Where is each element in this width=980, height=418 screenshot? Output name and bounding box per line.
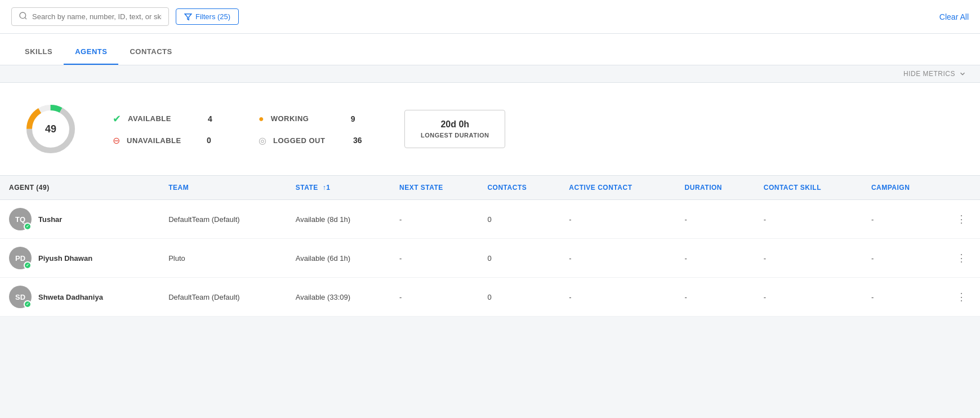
available-icon: ✔ <box>113 113 121 125</box>
col-contact-skill[interactable]: CONTACT SKILL <box>755 176 862 200</box>
hide-metrics-button[interactable]: HIDE METRICS <box>903 70 966 78</box>
metric-logged-out: ◎ LOGGED OUT 36 <box>259 135 371 146</box>
avatar: PD <box>9 247 32 269</box>
available-label: AVAILABLE <box>128 114 201 123</box>
more-actions-cell: ⋮ <box>943 200 980 239</box>
more-actions-button[interactable]: ⋮ <box>952 250 971 266</box>
col-campaign[interactable]: CAMPAIGN <box>862 176 943 200</box>
longest-duration-label: LONGEST DURATION <box>421 132 489 139</box>
col-agent[interactable]: AGENT (49) <box>0 176 159 200</box>
table-row: SD Shweta Dadhaniya DefaultTeam (Default… <box>0 278 980 317</box>
col-contacts[interactable]: CONTACTS <box>478 176 560 200</box>
team-cell: Pluto <box>159 239 287 278</box>
metric-available: ✔ AVAILABLE 4 <box>113 113 225 125</box>
tab-agents[interactable]: AGENTS <box>64 38 118 65</box>
search-input[interactable] <box>32 12 162 21</box>
col-team[interactable]: TEAM <box>159 176 287 200</box>
active-contact-cell: - <box>560 200 675 239</box>
table-row: TQ Tushar DefaultTeam (Default) Availabl… <box>0 200 980 239</box>
tabs-bar: SKILLS AGENTS CONTACTS <box>0 34 980 65</box>
sort-icon: ↑1 <box>323 184 331 192</box>
col-duration[interactable]: DURATION <box>676 176 755 200</box>
contacts-cell: 0 <box>478 239 560 278</box>
donut-value: 49 <box>45 123 56 135</box>
next-state-cell: - <box>390 200 478 239</box>
donut-chart: 49 <box>23 101 79 157</box>
agent-cell: TQ Tushar <box>0 200 159 239</box>
working-icon: ● <box>259 114 264 124</box>
contacts-cell: 0 <box>478 200 560 239</box>
filter-label: Filters (25) <box>195 12 230 21</box>
hide-metrics-label: HIDE METRICS <box>903 70 955 78</box>
agent-cell: SD Shweta Dadhaniya <box>0 278 159 317</box>
svg-marker-2 <box>185 14 191 20</box>
table-row: PD Piyush Dhawan Pluto Available (6d 1h)… <box>0 239 980 278</box>
duration-cell: - <box>676 239 755 278</box>
more-actions-button[interactable]: ⋮ <box>952 288 971 305</box>
logged-out-icon: ◎ <box>259 135 266 146</box>
col-actions <box>943 176 980 200</box>
more-actions-cell: ⋮ <box>943 239 980 278</box>
state-cell: Available (6d 1h) <box>287 239 390 278</box>
logged-out-value: 36 <box>353 136 370 145</box>
team-cell: DefaultTeam (Default) <box>159 200 287 239</box>
available-value: 4 <box>208 114 225 123</box>
search-area: Filters (25) <box>11 7 239 26</box>
unavailable-value: 0 <box>207 136 224 145</box>
clear-all-button[interactable]: Clear All <box>939 12 969 21</box>
col-next-state[interactable]: NEXT STATE <box>390 176 478 200</box>
avatar: SD <box>9 286 32 308</box>
agent-name: Piyush Dhawan <box>38 254 92 263</box>
contact-skill-cell: - <box>755 200 862 239</box>
metrics-stats: ✔ AVAILABLE 4 ● WORKING 9 ⊖ UNAVAILABLE … <box>113 113 371 146</box>
tab-contacts[interactable]: CONTACTS <box>118 38 183 65</box>
active-contact-cell: - <box>560 278 675 317</box>
agent-name: Tushar <box>38 215 62 224</box>
filter-button[interactable]: Filters (25) <box>176 8 239 25</box>
svg-point-0 <box>20 12 26 19</box>
contacts-cell: 0 <box>478 278 560 317</box>
status-badge <box>24 261 32 269</box>
metric-working: ● WORKING 9 <box>259 113 371 125</box>
state-cell: Available (33:09) <box>287 278 390 317</box>
agent-name: Shweta Dadhaniya <box>38 293 103 301</box>
tab-skills[interactable]: SKILLS <box>14 38 64 65</box>
state-cell: Available (8d 1h) <box>287 200 390 239</box>
svg-line-1 <box>25 17 26 19</box>
campaign-cell: - <box>862 200 943 239</box>
working-label: WORKING <box>271 114 344 123</box>
status-badge <box>24 223 32 230</box>
next-state-cell: - <box>390 239 478 278</box>
metrics-panel: 49 ✔ AVAILABLE 4 ● WORKING 9 ⊖ UNAVAILAB… <box>0 83 980 176</box>
col-active-contact[interactable]: ACTIVE CONTACT <box>560 176 675 200</box>
working-value: 9 <box>351 114 368 123</box>
campaign-cell: - <box>862 239 943 278</box>
search-icon <box>19 11 28 22</box>
metrics-header: HIDE METRICS <box>0 65 980 83</box>
logged-out-label: LOGGED OUT <box>273 136 346 145</box>
avatar: TQ <box>9 208 32 230</box>
agents-table-container: AGENT (49) TEAM STATE ↑1 NEXT STATE CONT… <box>0 176 980 317</box>
more-actions-button[interactable]: ⋮ <box>952 211 971 228</box>
contact-skill-cell: - <box>755 278 862 317</box>
contact-skill-cell: - <box>755 239 862 278</box>
unavailable-icon: ⊖ <box>113 135 120 146</box>
status-badge <box>24 300 32 308</box>
more-actions-cell: ⋮ <box>943 278 980 317</box>
team-cell: DefaultTeam (Default) <box>159 278 287 317</box>
metric-unavailable: ⊖ UNAVAILABLE 0 <box>113 135 225 146</box>
search-box <box>11 7 169 26</box>
unavailable-label: UNAVAILABLE <box>127 136 200 145</box>
agents-table: AGENT (49) TEAM STATE ↑1 NEXT STATE CONT… <box>0 176 980 317</box>
campaign-cell: - <box>862 278 943 317</box>
longest-duration-value: 20d 0h <box>421 119 489 130</box>
longest-duration-box: 20d 0h LONGEST DURATION <box>404 110 505 148</box>
top-bar: Filters (25) Clear All <box>0 0 980 34</box>
duration-cell: - <box>676 200 755 239</box>
active-contact-cell: - <box>560 239 675 278</box>
agent-cell: PD Piyush Dhawan <box>0 239 159 278</box>
table-header-row: AGENT (49) TEAM STATE ↑1 NEXT STATE CONT… <box>0 176 980 200</box>
duration-cell: - <box>676 278 755 317</box>
col-state[interactable]: STATE ↑1 <box>287 176 390 200</box>
next-state-cell: - <box>390 278 478 317</box>
